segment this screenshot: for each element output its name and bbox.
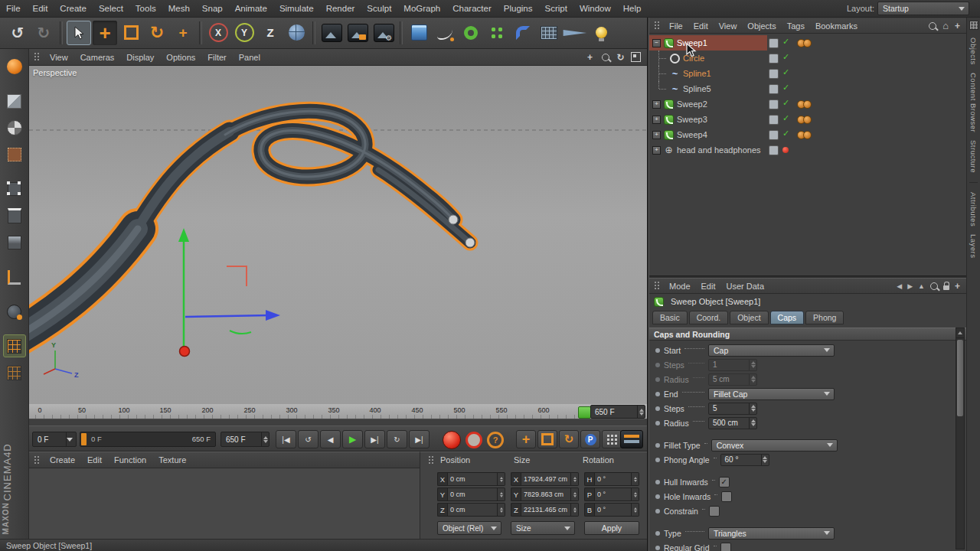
key-rotation-toggle[interactable]: ↻ [559,430,579,448]
z-axis-arrowhead[interactable] [266,310,280,321]
rotation-p-field[interactable]: P0 ° [584,487,639,501]
y-axis-arrowhead[interactable] [178,228,189,242]
start-dropdown[interactable]: Cap [708,344,835,357]
enabled-check-icon[interactable]: ✓ [782,129,789,139]
panel-grip[interactable] [34,455,41,465]
field-value[interactable]: 0 ° [594,472,632,486]
end-frame-field[interactable]: 650 F [220,432,270,447]
menu-file[interactable]: File [0,0,27,17]
rotate-view-icon[interactable]: ↻ [614,51,627,64]
find-icon[interactable] [930,282,938,290]
scroll-up-button[interactable] [956,328,964,338]
menu-edit[interactable]: Edit [27,0,54,17]
origin-point[interactable] [180,347,190,357]
add-mograph-button[interactable] [485,21,509,45]
layout-dropdown[interactable]: Startup [877,2,969,15]
end-dropdown[interactable]: Fillet Cap [708,388,835,400]
rotation-b-field[interactable]: B0 ° [584,503,639,517]
mat-menu-texture[interactable]: Texture [152,455,192,465]
am-menu-userdata[interactable]: User Data [721,282,770,291]
axis-mode-button[interactable] [3,266,26,289]
object-row-main[interactable]: + Sweep4 [649,127,767,142]
object-name[interactable]: Sweep2 [677,99,707,109]
spinner-icon[interactable] [632,487,639,501]
object-row-spline5[interactable]: ~ Spline5 ✓ [649,81,966,96]
rotation-h-field[interactable]: H0 ° [584,472,639,486]
sweep-object-mesh[interactable] [29,111,475,350]
field-value[interactable]: 0 cm [447,472,498,486]
param-dot[interactable] [655,458,660,462]
tab-coord[interactable]: Coord. [689,311,729,324]
add-camera-floor-button[interactable] [563,21,587,45]
object-row-circle[interactable]: Circle ✓ [649,51,966,66]
visibility-toggle[interactable] [769,38,779,48]
field-value[interactable]: 22131.465 cm [521,503,571,517]
object-row-spline1[interactable]: ~ Spline1 ✓ [649,66,966,81]
menu-tools[interactable]: Tools [129,0,162,17]
size-x-field[interactable]: X17924.497 cm [511,472,579,486]
keyframe-selection-button[interactable]: ? [487,432,504,448]
spinner-icon[interactable] [498,503,505,517]
visibility-toggle[interactable] [769,69,779,79]
scrollbar-thumb[interactable] [957,340,963,416]
current-frame-field[interactable]: 0 F [32,432,77,447]
param-dot[interactable] [655,509,660,514]
vp-menu-view[interactable]: View [44,53,74,62]
add-deformer-button[interactable] [511,21,535,45]
mat-menu-edit[interactable]: Edit [81,455,108,465]
object-row-sweep2[interactable]: + Sweep2 ✓ [649,96,966,112]
render-picture-viewer-button[interactable] [345,21,370,45]
object-row-sweep3[interactable]: + Sweep3 ✓ [649,112,966,127]
move-tool-button[interactable]: + [93,21,117,45]
menu-mesh[interactable]: Mesh [162,0,196,17]
field-value[interactable]: 7829.863 cm [521,487,571,501]
hull-inwards-checkbox[interactable]: ✓ [719,477,730,487]
position-y-field[interactable]: Y0 cm [437,487,505,501]
maximize-view-icon[interactable] [629,51,642,64]
viewport-3d[interactable]: Perspective [29,66,647,404]
disabled-dot-icon[interactable] [782,147,789,153]
viewport-canvas[interactable]: Y Z [29,66,647,404]
spinner-icon[interactable] [632,472,639,486]
menu-render[interactable]: Render [320,0,361,17]
last-tool-button[interactable]: + [171,21,195,45]
position-z-field[interactable]: Z0 cm [437,503,505,517]
mat-menu-function[interactable]: Function [108,455,152,465]
spinner-icon[interactable] [571,487,579,501]
object-name[interactable]: Sweep3 [677,115,707,124]
enabled-check-icon[interactable]: ✓ [782,98,789,108]
pan-view-icon[interactable]: + [583,51,596,64]
tab-caps[interactable]: Caps [770,311,805,324]
panel-layout-icon[interactable] [969,21,978,30]
om-menu-objects[interactable]: Objects [742,21,781,31]
workplane-snap-button[interactable] [3,361,26,384]
snap-enable-button[interactable] [3,334,26,357]
enabled-check-icon[interactable]: ✓ [782,83,789,93]
points-mode-button[interactable] [3,178,26,201]
param-dot[interactable] [655,406,660,411]
spinner-icon[interactable] [498,472,505,486]
param-dot[interactable] [655,392,660,396]
coordinate-system-button[interactable] [284,21,309,45]
render-settings-button[interactable] [371,21,396,45]
regular-grid-checkbox[interactable] [720,543,731,551]
add-primitive-button[interactable] [407,21,431,45]
new-panel-icon[interactable]: + [955,281,960,292]
tag-icons[interactable] [799,39,812,49]
play-backwards-button[interactable]: ◀ [320,430,341,448]
om-menu-tags[interactable]: Tags [782,21,810,31]
texture-mode-button[interactable] [3,116,26,139]
z-axis-handle[interactable] [185,315,270,317]
next-frame-button[interactable]: ▶| [364,430,385,448]
key-position-toggle[interactable]: + [516,430,536,448]
param-dot[interactable] [655,494,660,499]
param-dot[interactable] [655,546,660,550]
object-row-head-and-headphones[interactable]: + ⊕ head and headphones [649,142,966,158]
spinner-icon[interactable] [761,455,769,465]
side-tab-structure[interactable]: Structure [969,140,978,173]
add-environment-button[interactable] [537,21,561,45]
panel-grip[interactable] [654,281,661,291]
field-value[interactable]: 0 cm [447,487,498,501]
hole-inwards-checkbox[interactable] [721,491,732,502]
visibility-toggle[interactable] [769,54,779,64]
